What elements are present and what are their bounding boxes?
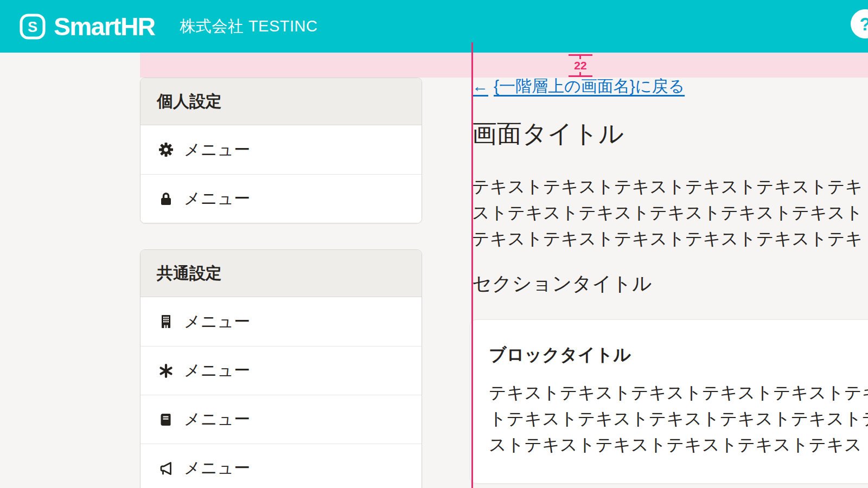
- section-title: セクションタイトル: [472, 272, 868, 296]
- brand-wordmark: SmartHR: [54, 12, 155, 41]
- svg-text:S: S: [28, 18, 37, 35]
- sidebar-item-personal-2[interactable]: メニュー: [141, 174, 422, 223]
- asterisk-icon: [158, 363, 174, 379]
- block-title: ブロックタイトル: [489, 344, 868, 365]
- sidebar-item-label: メニュー: [184, 359, 250, 382]
- page-title: 画面タイトル: [472, 118, 868, 149]
- common-settings-card: 共通設定 メニュー メニュー: [140, 249, 422, 488]
- personal-settings-card: 個人設定 メニュー メニュー: [140, 78, 422, 223]
- sidebar-item-label: メニュー: [184, 139, 250, 161]
- spacing-ruler: 22: [569, 54, 592, 77]
- sidebar-item-common-2[interactable]: メニュー: [141, 346, 422, 395]
- building-icon: [158, 313, 174, 330]
- spacing-value-label: 22: [572, 59, 588, 72]
- sidebar-item-common-4[interactable]: メニュー: [141, 444, 422, 488]
- megaphone-icon: [158, 460, 174, 477]
- main-content: ←{一階層上の画面名}に戻る 画面タイトル テキストテキストテキストテキストテキ…: [472, 76, 868, 484]
- app-header: S SmartHR 株式会社 TESTINC ?: [0, 0, 868, 53]
- sidebar-item-label: メニュー: [184, 188, 250, 210]
- help-icon: ?: [860, 14, 868, 35]
- book-icon: [158, 412, 174, 428]
- help-button[interactable]: ?: [851, 9, 868, 38]
- sidebar-item-label: メニュー: [184, 457, 250, 479]
- block-body-text: テキストテキストテキストテキストテキストテキストテキストテキストテキストテキスト…: [489, 380, 868, 458]
- smarthr-logo[interactable]: S SmartHR: [20, 12, 155, 41]
- layout-guide-line: [471, 42, 473, 488]
- back-link-label: {一階層上の画面名}に戻る: [494, 77, 685, 95]
- common-settings-header: 共通設定: [141, 250, 422, 297]
- gear-icon: [158, 142, 174, 158]
- personal-settings-header: 個人設定: [141, 78, 422, 125]
- back-link[interactable]: ←{一階層上の画面名}に戻る: [472, 76, 685, 97]
- settings-sidebar: 個人設定 メニュー メニュー 共通: [140, 78, 422, 488]
- back-arrow-icon: ←: [472, 77, 488, 95]
- lock-icon: [158, 191, 174, 207]
- sidebar-item-personal-1[interactable]: メニュー: [141, 125, 422, 174]
- sidebar-item-label: メニュー: [184, 311, 250, 333]
- sidebar-item-common-3[interactable]: メニュー: [141, 395, 422, 444]
- section-title-label: 個人設定: [157, 91, 222, 113]
- intro-text: テキストテキストテキストテキストテキストテキストテキストテキストテキストテキスト…: [472, 174, 868, 252]
- sidebar-item-common-1[interactable]: メニュー: [141, 297, 422, 346]
- block-card: ブロックタイトル テキストテキストテキストテキストテキストテキストテキストテキス…: [470, 319, 868, 484]
- section-title-label: 共通設定: [157, 262, 222, 285]
- company-name: 株式会社 TESTINC: [180, 16, 317, 37]
- spacing-highlight-band: [140, 53, 868, 78]
- sidebar-item-label: メニュー: [184, 408, 250, 431]
- ruler-bottom-tick: [569, 75, 592, 77]
- smarthr-logo-icon: S: [20, 14, 46, 40]
